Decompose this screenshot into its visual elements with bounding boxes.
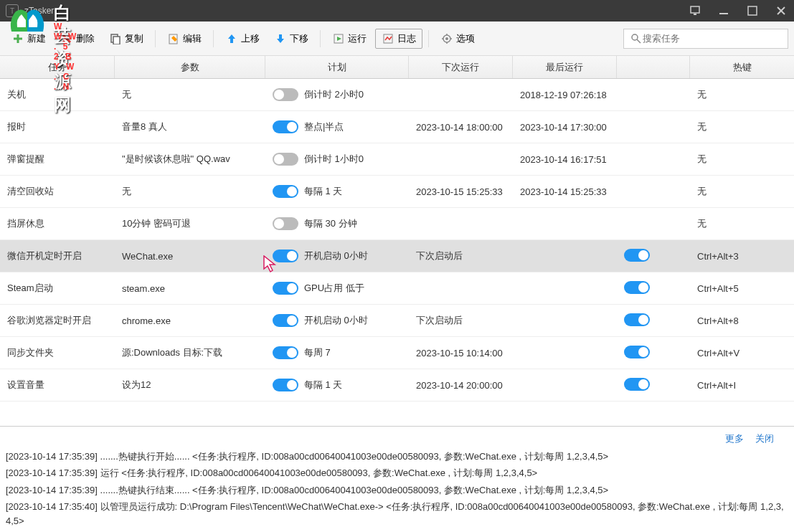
log-line: [2023-10-14 17:35:40] 以管理员运行成功: D:\Progr… bbox=[3, 498, 791, 529]
hotkey-toggle[interactable] bbox=[624, 378, 650, 391]
cell-task: 弹窗提醒 bbox=[0, 153, 115, 166]
cell-plan: 每周 7 bbox=[265, 346, 409, 359]
table-row[interactable]: 报时 音量8 真人 整点|半点 2023-10-14 18:00:00 2023… bbox=[0, 111, 794, 143]
th-param[interactable]: 参数 bbox=[115, 56, 265, 78]
run-button[interactable]: 运行 bbox=[326, 29, 372, 48]
table-row[interactable]: 谷歌浏览器定时开启 chrome.exe 开机启动 0小时 下次启动后 Ctrl… bbox=[0, 305, 794, 337]
hotkey-toggle[interactable] bbox=[624, 249, 650, 262]
search-box[interactable] bbox=[623, 29, 788, 49]
plan-toggle[interactable] bbox=[273, 88, 298, 101]
log-close-link[interactable]: 关闭 bbox=[755, 432, 774, 445]
cell-hk-toggle bbox=[617, 281, 690, 296]
plus-icon bbox=[11, 32, 24, 45]
search-icon bbox=[630, 32, 643, 45]
pencil-icon bbox=[167, 32, 180, 45]
cell-task: 微信开机定时开启 bbox=[0, 250, 115, 262]
cell-param: 无 bbox=[115, 88, 265, 101]
cell-param: WeChat.exe bbox=[115, 251, 265, 262]
cell-hk-toggle bbox=[617, 346, 690, 361]
table-row[interactable]: 微信开机定时开启 WeChat.exe 开机启动 0小时 下次启动后 Ctrl+… bbox=[0, 240, 794, 272]
plan-toggle[interactable] bbox=[273, 282, 298, 295]
th-task[interactable]: 任务 bbox=[0, 56, 115, 78]
table-row[interactable]: Steam启动 steam.exe GPU占用 低于 Ctrl+Alt+5 bbox=[0, 272, 794, 305]
window-tray-button[interactable] bbox=[688, 4, 702, 18]
moveup-button[interactable]: 上移 bbox=[219, 29, 265, 48]
cell-task: 报时 bbox=[0, 120, 115, 133]
svg-line-22 bbox=[637, 39, 641, 43]
cell-next: 2023-10-14 20:00:00 bbox=[409, 380, 513, 391]
new-button[interactable]: 新建 bbox=[6, 29, 52, 48]
cell-param: 设为12 bbox=[115, 379, 265, 391]
table-row[interactable]: 设置音量 设为12 每隔 1 天 2023-10-14 20:00:00 Ctr… bbox=[0, 369, 794, 402]
cell-next: 2023-10-15 15:25:33 bbox=[409, 186, 513, 197]
cell-last: 2023-10-14 17:30:00 bbox=[513, 122, 617, 133]
cell-plan: 每隔 1 天 bbox=[265, 185, 409, 198]
log-line: [2023-10-14 17:35:39] .......热键执行开始.....… bbox=[3, 448, 791, 465]
table-body: 关机 无 倒计时 2小时0 2018-12-19 07:26:18 无 报时 音… bbox=[0, 79, 794, 402]
cell-next: 2023-10-14 18:00:00 bbox=[409, 122, 513, 133]
table-row[interactable]: 关机 无 倒计时 2小时0 2018-12-19 07:26:18 无 bbox=[0, 79, 794, 111]
table-row[interactable]: 同步文件夹 源:Downloads 目标:下载 每周 7 2023-10-15 … bbox=[0, 337, 794, 369]
th-hotkey[interactable]: 热键 bbox=[690, 56, 794, 78]
app-icon: T bbox=[6, 4, 19, 17]
cell-next: 下次启动后 bbox=[409, 250, 513, 262]
play-icon bbox=[332, 32, 345, 45]
cell-hotkey: 无 bbox=[690, 120, 794, 133]
plan-toggle[interactable] bbox=[273, 185, 298, 198]
delete-button[interactable]: 删除 bbox=[55, 29, 100, 48]
cell-last: 2023-10-14 15:25:33 bbox=[513, 186, 617, 197]
maximize-button[interactable] bbox=[745, 4, 760, 18]
cell-hotkey: Ctrl+Alt+5 bbox=[690, 283, 794, 294]
plan-toggle[interactable] bbox=[273, 153, 298, 166]
hotkey-toggle[interactable] bbox=[624, 281, 650, 294]
close-button[interactable] bbox=[774, 4, 788, 18]
plan-toggle[interactable] bbox=[273, 314, 298, 327]
plan-toggle[interactable] bbox=[273, 217, 298, 230]
cell-next: 下次启动后 bbox=[409, 314, 513, 327]
plan-toggle[interactable] bbox=[273, 120, 298, 133]
cell-last: 2018-12-19 07:26:18 bbox=[513, 90, 617, 100]
log-icon bbox=[382, 32, 394, 45]
svg-rect-3 bbox=[748, 6, 757, 15]
cell-hotkey: 无 bbox=[690, 153, 794, 166]
cell-param: 无 bbox=[115, 185, 265, 198]
cell-task: 关机 bbox=[0, 88, 115, 101]
options-button[interactable]: 选项 bbox=[435, 29, 481, 48]
th-hotkey-toggle[interactable] bbox=[617, 56, 690, 78]
cell-task: 谷歌浏览器定时开启 bbox=[0, 314, 115, 327]
log-line: [2023-10-14 17:35:39] .......热键执行结束.....… bbox=[3, 482, 791, 499]
movedown-button[interactable]: 下移 bbox=[268, 29, 314, 48]
cell-task: Steam启动 bbox=[0, 282, 115, 295]
log-panel: 更多 关闭 [2023-10-14 17:35:39] .......热键执行开… bbox=[0, 426, 794, 533]
table-row[interactable]: 清空回收站 无 每隔 1 天 2023-10-15 15:25:33 2023-… bbox=[0, 176, 794, 208]
cell-plan: 开机启动 0小时 bbox=[265, 250, 409, 262]
copy-button[interactable]: 复制 bbox=[103, 29, 149, 48]
table-row[interactable]: 弹窗提醒 "是时候该休息啦" QQ.wav 倒计时 1小时0 2023-10-1… bbox=[0, 143, 794, 176]
cell-param: 音量8 真人 bbox=[115, 120, 265, 133]
minimize-button[interactable] bbox=[717, 4, 731, 18]
table-row[interactable]: 挡屏休息 10分钟 密码可退 每隔 30 分钟 无 bbox=[0, 208, 794, 240]
copy-icon bbox=[109, 32, 122, 45]
th-plan[interactable]: 计划 bbox=[265, 56, 409, 78]
search-input[interactable] bbox=[643, 33, 782, 44]
cell-hotkey: Ctrl+Alt+V bbox=[690, 348, 794, 358]
log-button[interactable]: 日志 bbox=[375, 29, 422, 49]
app-title: zTasker bbox=[24, 6, 688, 16]
cell-plan: 倒计时 2小时0 bbox=[265, 88, 409, 101]
cell-param: 源:Downloads 目标:下载 bbox=[115, 346, 265, 359]
cell-param: 10分钟 密码可退 bbox=[115, 217, 265, 230]
plan-toggle[interactable] bbox=[273, 346, 298, 359]
log-more-link[interactable]: 更多 bbox=[725, 432, 744, 445]
edit-button[interactable]: 编辑 bbox=[161, 29, 207, 48]
hotkey-toggle[interactable] bbox=[624, 346, 650, 358]
gear-icon bbox=[440, 32, 453, 45]
cell-param: steam.exe bbox=[115, 283, 265, 294]
hotkey-toggle[interactable] bbox=[624, 313, 650, 326]
toolbar: 新建 删除 复制 编辑 上移 下移 运行 日志 选项 bbox=[0, 22, 794, 56]
th-last[interactable]: 最后运行 bbox=[513, 56, 617, 78]
cell-param: "是时候该休息啦" QQ.wav bbox=[115, 153, 265, 166]
plan-toggle[interactable] bbox=[273, 379, 298, 391]
th-next[interactable]: 下次运行 bbox=[409, 56, 513, 78]
plan-toggle[interactable] bbox=[273, 250, 298, 262]
cell-hotkey: 无 bbox=[690, 217, 794, 230]
